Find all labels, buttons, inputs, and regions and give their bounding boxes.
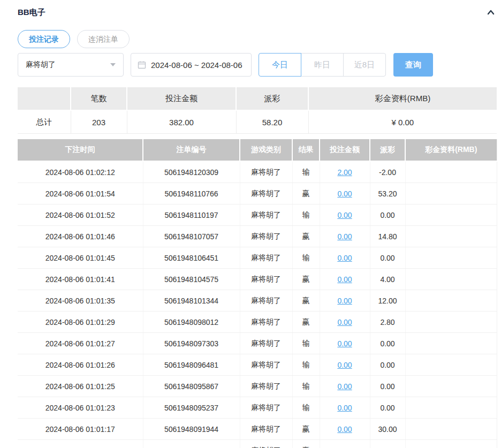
cell-bet-time: 2024-08-06 01:01:29 xyxy=(18,312,143,333)
cell-bet-time: 2024-08-06 01:01:41 xyxy=(18,269,143,290)
page-title: BB电子 xyxy=(18,7,45,18)
last-8-days-button[interactable]: 近8日 xyxy=(343,53,386,77)
cell-result: 赢 xyxy=(292,183,320,204)
cell-bonus xyxy=(405,269,497,290)
cell-bet-amount: 2.00 xyxy=(320,161,370,183)
tab-betting-records[interactable]: 投注记录 xyxy=(18,30,70,48)
bet-amount-link[interactable]: 0.00 xyxy=(337,232,352,241)
cell-bonus xyxy=(405,397,497,419)
game-type-select[interactable]: 麻将胡了 xyxy=(18,53,124,77)
cell-bet-time: 2024-08-06 01:01:17 xyxy=(18,419,143,440)
search-button[interactable]: 查询 xyxy=(393,53,433,77)
cell-bet-amount: 0.00 xyxy=(320,269,370,290)
bet-amount-link[interactable]: 0.00 xyxy=(337,211,352,219)
date-range-picker[interactable]: 2024-08-06 ~ 2024-08-06 xyxy=(131,53,252,77)
bet-amount-link[interactable]: 0.00 xyxy=(337,275,352,284)
bet-amount-link[interactable]: 0.00 xyxy=(337,339,352,348)
summary-total-bonus: ¥ 0.00 xyxy=(308,110,497,134)
cell-payout: 0.00 xyxy=(370,376,405,397)
today-button[interactable]: 今日 xyxy=(259,53,301,77)
cell-bet-time: 2024-08-06 01:01:54 xyxy=(18,183,143,204)
column-header-payout: 派彩 xyxy=(370,139,405,161)
cell-result: 输 xyxy=(292,333,320,354)
cell-game-type: 麻将胡了 xyxy=(240,354,292,376)
table-row: 2024-08-06 01:01:175061948091944麻将胡了赢0.0… xyxy=(18,419,497,440)
cell-result: 赢 xyxy=(292,312,320,333)
date-range-value: 2024-08-06 ~ 2024-08-06 xyxy=(151,60,242,70)
cell-order-number: 5061948095867 xyxy=(143,376,240,397)
cell-order-number: 5061948110766 xyxy=(143,183,240,204)
cell-order-number: 5061948107057 xyxy=(143,226,240,247)
bet-amount-link[interactable]: 0.00 xyxy=(337,254,352,262)
tab-label: 投注记录 xyxy=(29,35,59,43)
cell-bet-time: 2024-08-06 01:01:52 xyxy=(18,204,143,226)
cell-bonus xyxy=(405,312,497,333)
cell-bonus xyxy=(405,376,497,397)
betting-records-panel: BB电子 投注记录 连消注单 麻将胡了 2024-08-06 ~ 20 xyxy=(0,0,501,448)
tab-label: 连消注单 xyxy=(88,35,118,43)
yesterday-button[interactable]: 昨日 xyxy=(301,53,344,77)
bet-amount-link[interactable]: 0.00 xyxy=(337,382,352,391)
table-row: 2024-08-06 01:00:595061948082751麻将胡了赢2.0… xyxy=(18,440,497,448)
cell-bonus xyxy=(405,183,497,204)
cell-bet-time: 2024-08-06 01:01:25 xyxy=(18,376,143,397)
bet-amount-link[interactable]: 2.00 xyxy=(337,168,352,177)
cell-bonus xyxy=(405,354,497,376)
cell-order-number: 5061948120309 xyxy=(143,161,240,183)
collapse-panel-button[interactable] xyxy=(485,6,497,18)
summary-total-label: 总计 xyxy=(18,110,71,134)
cell-payout: 0.00 xyxy=(370,333,405,354)
cell-bonus xyxy=(405,440,497,448)
game-type-selected-value: 麻将胡了 xyxy=(26,60,56,70)
cell-bet-amount: 0.00 xyxy=(320,183,370,204)
cell-payout: 0.00 xyxy=(370,397,405,419)
tab-cancelled-orders[interactable]: 连消注单 xyxy=(77,30,130,48)
table-row: 2024-08-06 01:01:235061948095237麻将胡了输0.0… xyxy=(18,397,497,419)
column-header-game-type: 游戏类别 xyxy=(240,139,292,161)
table-header-row: 下注时间注单编号游戏类别结果投注金额派彩彩金资料(RMB) xyxy=(18,139,497,161)
bet-amount-link[interactable]: 0.00 xyxy=(337,318,352,326)
bet-amount-link[interactable]: 0.00 xyxy=(337,361,352,369)
cell-payout: 8.00 xyxy=(370,440,405,448)
quick-date-button-group: 今日 昨日 近8日 xyxy=(259,53,386,77)
cell-game-type: 麻将胡了 xyxy=(240,376,292,397)
bet-amount-link[interactable]: 0.00 xyxy=(337,297,352,305)
column-header-bet-time: 下注时间 xyxy=(18,139,143,161)
cell-game-type: 麻将胡了 xyxy=(240,419,292,440)
column-header-bonus: 彩金资料(RMB) xyxy=(405,139,497,161)
cell-order-number: 5061948106451 xyxy=(143,247,240,269)
cell-result: 输 xyxy=(292,247,320,269)
cell-bet-time: 2024-08-06 01:01:23 xyxy=(18,397,143,419)
cell-bet-time: 2024-08-06 01:01:27 xyxy=(18,333,143,354)
summary-header-bet-amount: 投注金额 xyxy=(127,87,236,110)
cell-result: 输 xyxy=(292,376,320,397)
summary-total-payout: 58.20 xyxy=(236,110,308,134)
cell-bet-amount: 0.00 xyxy=(320,419,370,440)
cell-bet-time: 2024-08-06 01:01:35 xyxy=(18,290,143,312)
bet-amount-link[interactable]: 0.00 xyxy=(337,189,352,198)
cell-payout: 0.00 xyxy=(370,204,405,226)
column-header-order-number: 注单编号 xyxy=(143,139,240,161)
calendar-icon xyxy=(138,60,146,69)
cell-game-type: 麻将胡了 xyxy=(240,183,292,204)
cell-game-type: 麻将胡了 xyxy=(240,161,292,183)
cell-bet-amount: 0.00 xyxy=(320,397,370,419)
bet-amount-link[interactable]: 0.00 xyxy=(337,425,352,434)
cell-bet-amount: 0.00 xyxy=(320,290,370,312)
bet-amount-link[interactable]: 0.00 xyxy=(337,404,352,412)
cell-order-number: 5061948101344 xyxy=(143,290,240,312)
cell-bet-amount: 0.00 xyxy=(320,226,370,247)
cell-bet-amount: 2.00 xyxy=(320,440,370,448)
cell-bonus xyxy=(405,419,497,440)
bet-amount-link[interactable]: 2.00 xyxy=(337,446,352,448)
summary-header-count: 笔数 xyxy=(71,87,127,110)
record-tabs: 投注记录 连消注单 xyxy=(18,30,497,48)
cell-payout: 30.00 xyxy=(370,419,405,440)
cell-game-type: 麻将胡了 xyxy=(240,204,292,226)
cell-bonus xyxy=(405,161,497,183)
cell-payout: 2.80 xyxy=(370,312,405,333)
cell-game-type: 麻将胡了 xyxy=(240,440,292,448)
cell-bonus xyxy=(405,333,497,354)
table-row: 2024-08-06 01:01:545061948110766麻将胡了赢0.0… xyxy=(18,183,497,204)
filter-bar: 麻将胡了 2024-08-06 ~ 2024-08-06 今日 昨日 近8日 查… xyxy=(18,53,497,77)
